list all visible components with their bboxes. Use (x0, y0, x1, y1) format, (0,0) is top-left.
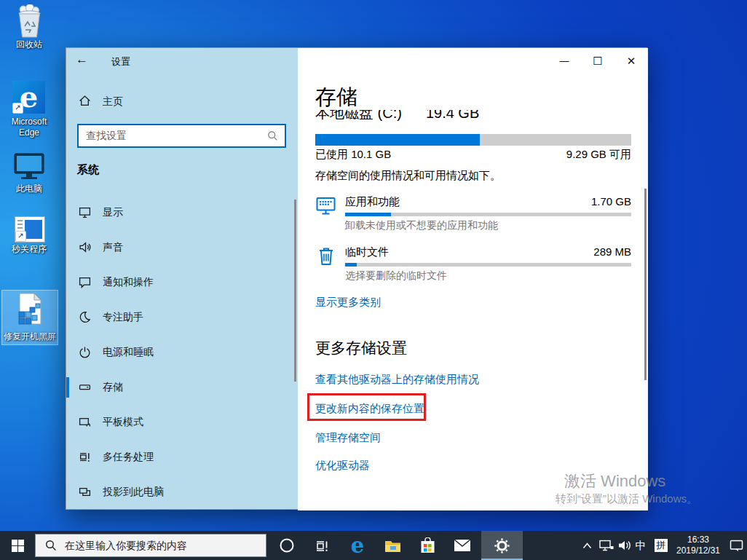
sidebar-item-storage[interactable]: 存储 (66, 370, 298, 405)
link-optimize-drives[interactable]: 优化驱动器 (315, 459, 370, 473)
desktop: 回收站 e ↗ Microsoft Edge 此电脑 ↗ 秒关程序 (0, 0, 747, 560)
sound-icon (79, 241, 91, 253)
power-sleep-icon (79, 346, 91, 358)
project-icon (79, 486, 91, 498)
shortcut-arrow-icon: ↗ (12, 103, 23, 114)
desktop-icon-label: 此电脑 (0, 184, 58, 194)
sidebar-scrollbar[interactable] (294, 200, 296, 382)
minimize-button[interactable]: — (548, 48, 581, 74)
display-icon (79, 206, 91, 218)
drive-name: 本地磁盘 (C:) (315, 110, 402, 121)
drive-row-clipped: 本地磁盘 (C:)19.4 GB (315, 110, 633, 125)
sidebar-item-home[interactable]: 主页 (66, 89, 298, 114)
category-bar (345, 263, 631, 267)
window-controls: — ☐ ✕ (548, 48, 648, 74)
category-value: 1.70 GB (591, 195, 631, 208)
sidebar-item-focus-assist[interactable]: 专注助手 (66, 300, 298, 335)
link-change-save-location[interactable]: 更改新内容的保存位置 (315, 402, 424, 416)
ime-mode-button[interactable]: 拼 (652, 531, 671, 560)
clock-time: 16:33 (676, 535, 720, 545)
settings-main-pane: — ☐ ✕ 存储 本地磁盘 (C:)19.4 GB 已使用 10.1 GB 9.… (298, 48, 648, 510)
category-bar-fill (345, 213, 391, 216)
edge-icon: e (351, 535, 364, 556)
taskbar-edge-button[interactable]: e (340, 531, 375, 560)
category-bar (345, 213, 631, 216)
drive-total: 19.4 GB (426, 110, 479, 121)
main-scrollbar[interactable] (644, 189, 647, 380)
program-icon: ↗ (15, 216, 45, 242)
taskbar: 在这里输入你要搜索的内容 e (0, 531, 747, 560)
drive-used-label: 已使用 10.1 GB (315, 148, 391, 162)
shortcut-arrow-icon: ↗ (15, 231, 26, 242)
chevron-up-icon (582, 543, 592, 549)
windows-logo-icon (12, 540, 24, 552)
search-icon (267, 130, 278, 141)
category-bar-fill (345, 263, 357, 267)
settings-window: ← 设置 主页 查找设置 系统 显示 (66, 47, 647, 510)
show-more-categories-link[interactable]: 显示更多类别 (315, 296, 381, 309)
home-icon (79, 95, 91, 107)
desktop-icon-registry-fix[interactable]: 修复开机黑屏 (1, 290, 58, 345)
desktop-icon-label: Edge (0, 127, 58, 138)
gear-icon (494, 538, 510, 553)
store-icon (420, 537, 435, 553)
close-button[interactable]: ✕ (614, 48, 648, 74)
desktop-icon-label: 修复开机黑屏 (1, 331, 59, 342)
tray-chevron-button[interactable] (577, 531, 596, 560)
maximize-button[interactable]: ☐ (581, 48, 614, 74)
taskbar-search-placeholder: 在这里输入你要搜索的内容 (65, 540, 187, 553)
settings-sidebar: ← 设置 主页 查找设置 系统 显示 (66, 48, 298, 509)
home-label: 主页 (103, 95, 123, 109)
sidebar-item-sound[interactable]: 声音 (66, 230, 298, 265)
drive-usage-bar (315, 134, 631, 146)
category-row-temp-files[interactable]: 临时文件 289 MB 选择要删除的临时文件 (298, 244, 648, 285)
apps-features-icon (316, 197, 336, 216)
drive-usage-bar-fill (315, 134, 480, 146)
mail-button[interactable] (445, 531, 480, 560)
back-button[interactable]: ← (76, 52, 93, 70)
sidebar-item-project[interactable]: 投影到此电脑 (66, 475, 298, 510)
category-value: 289 MB (593, 245, 631, 258)
desktop-icon-label: 秒关程序 (0, 244, 58, 254)
category-title: 应用和功能 (345, 195, 400, 209)
sidebar-item-multitasking[interactable]: 多任务处理 (66, 440, 298, 475)
taskbar-search-input[interactable]: 在这里输入你要搜索的内容 (35, 534, 266, 557)
link-view-other-drives[interactable]: 查看其他驱动器上的存储使用情况 (315, 373, 479, 387)
focus-assist-icon (79, 311, 91, 323)
category-desc: 选择要删除的临时文件 (345, 269, 447, 283)
sidebar-section-header: 系统 (77, 163, 99, 177)
edge-tile-icon: e ↗ (12, 81, 45, 114)
cortana-button[interactable] (269, 531, 304, 560)
clock[interactable]: 16:33 2019/12/31 (673, 531, 723, 560)
page-title: 存储 (315, 83, 497, 110)
settings-taskbar-button[interactable] (481, 531, 523, 560)
sidebar-item-notifications[interactable]: 通知和操作 (66, 265, 298, 300)
tray-network-button[interactable] (596, 531, 617, 560)
recycle-bin-icon (15, 4, 43, 38)
action-center-icon (730, 540, 743, 552)
more-storage-settings-header: 更多存储设置 (315, 338, 407, 358)
file-explorer-button[interactable] (375, 531, 410, 560)
search-settings-input[interactable]: 查找设置 (77, 124, 286, 148)
desktop-icon-label: Microsoft (0, 117, 58, 127)
category-row-apps-features[interactable]: 应用和功能 1.70 GB 卸载未使用或不想要的应用和功能 (298, 194, 648, 234)
store-button[interactable] (410, 531, 445, 560)
notifications-icon (79, 276, 91, 288)
sidebar-item-tablet-mode[interactable]: 平板模式 (66, 405, 298, 440)
speaker-icon (618, 540, 631, 551)
sidebar-item-power-sleep[interactable]: 电源和睡眠 (66, 335, 298, 370)
link-manage-storage-spaces[interactable]: 管理存储空间 (315, 431, 381, 445)
start-button[interactable] (0, 531, 35, 560)
task-view-button[interactable] (304, 531, 339, 560)
ime-language-button[interactable]: 中 (631, 531, 650, 560)
category-desc: 卸载未使用或不想要的应用和功能 (345, 219, 498, 232)
category-title: 临时文件 (345, 245, 389, 259)
sidebar-item-display[interactable]: 显示 (66, 195, 298, 230)
registry-file-icon (17, 293, 42, 325)
drive-free-label: 9.29 GB 可用 (566, 148, 631, 162)
action-center-button[interactable] (725, 531, 747, 560)
network-icon (599, 540, 614, 552)
window-title: 设置 (111, 55, 130, 68)
cortana-icon (279, 537, 295, 553)
tablet-mode-icon (79, 416, 91, 428)
